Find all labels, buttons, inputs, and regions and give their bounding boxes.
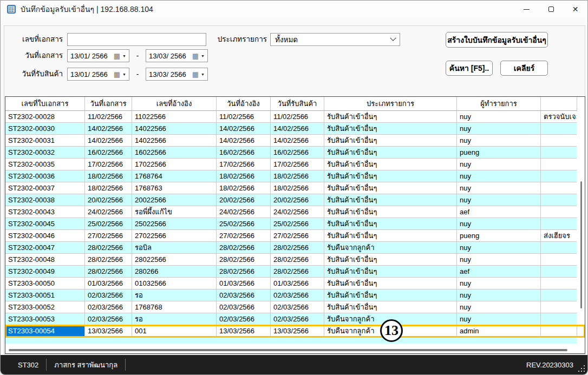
table-cell[interactable]: ส่งเฮียจร [541, 230, 577, 242]
table-cell[interactable]: 17/02/2566 [85, 159, 132, 170]
table-row[interactable]: ST2302-0002811/02/25661102256611/02/2566… [5, 111, 585, 123]
table-cell[interactable]: 16/02/2566 [271, 147, 324, 159]
table-cell[interactable]: 24/02/2566 [217, 206, 271, 218]
table-cell[interactable]: 25/02/2566 [217, 218, 271, 230]
table-cell[interactable]: ST2302-00035 [5, 159, 85, 170]
table-cell[interactable]: 14022566 [132, 135, 217, 147]
table-cell[interactable]: 02/03/2566 [217, 290, 271, 301]
table-cell[interactable]: 18/02/2566 [271, 182, 324, 194]
table-cell[interactable]: ST2302-00031 [5, 135, 85, 147]
table-cell[interactable]: ST2303-00051 [5, 290, 85, 301]
minimize-button[interactable] [514, 1, 539, 18]
table-cell[interactable]: 001 [132, 325, 217, 337]
table-cell[interactable]: 27/02/2566 [271, 230, 324, 242]
table-cell[interactable]: 28/02/2566 [217, 242, 271, 254]
table-row[interactable]: ST2303-0005102/03/2566รอ02/03/256602/03/… [5, 290, 585, 301]
vertical-scrollbar[interactable] [577, 111, 585, 346]
table-cell[interactable]: 02/03/2566 [271, 301, 324, 313]
table-cell[interactable]: nuy [457, 170, 541, 182]
table-cell[interactable]: 28/02/2566 [85, 242, 132, 254]
table-cell[interactable] [541, 147, 577, 159]
table-cell[interactable] [541, 290, 577, 301]
table-cell[interactable] [541, 194, 577, 206]
table-cell[interactable] [541, 325, 577, 337]
table-cell[interactable]: 1768764 [132, 170, 217, 182]
table-cell[interactable]: 20/02/2566 [271, 194, 324, 206]
table-cell[interactable] [541, 254, 577, 266]
clear-button[interactable]: เคลียร์ [500, 61, 548, 76]
table-cell[interactable]: 28/02/2566 [85, 266, 132, 278]
table-cell[interactable]: 28/02/2566 [271, 254, 324, 266]
table-cell[interactable]: 02/03/2566 [85, 290, 132, 301]
table-cell[interactable]: 01/03/2566 [271, 278, 324, 290]
table-row[interactable]: ST2302-0003014/02/25661402256614/02/2566… [5, 123, 585, 135]
table-cell[interactable]: 28/02/2566 [271, 242, 324, 254]
table-cell[interactable]: 01032566 [132, 278, 217, 290]
column-header[interactable]: เลขที่อ้างอิง [132, 97, 217, 111]
table-cell[interactable]: 28/02/2566 [217, 254, 271, 266]
table-cell[interactable]: ST2302-00038 [5, 194, 85, 206]
table-cell[interactable]: 11/02/2566 [271, 111, 324, 123]
table-cell[interactable]: 18/02/2566 [85, 182, 132, 194]
table-cell[interactable]: 11/02/2566 [85, 111, 132, 123]
column-header[interactable]: วันที่รับสินค้า [271, 97, 324, 111]
table-cell[interactable]: 27022566 [132, 230, 217, 242]
table-cell[interactable]: nuy [457, 278, 541, 290]
table-cell[interactable]: nuy [457, 301, 541, 313]
table-cell[interactable]: admin [457, 325, 541, 337]
column-header[interactable] [541, 97, 577, 111]
table-cell[interactable]: ตรวจนับเจอ [541, 111, 577, 123]
table-cell[interactable]: รับสินค้าเข้าอื่นๆ [324, 301, 457, 313]
table-row[interactable]: ST2302-0004728/02/2566รอบิล28/02/256628/… [5, 242, 585, 254]
table-cell[interactable]: 20/02/2566 [85, 194, 132, 206]
table-cell[interactable]: รับสินค้าเข้าอื่นๆ [324, 135, 457, 147]
table-cell[interactable] [541, 278, 577, 290]
vertical-scrollbar-thumb[interactable] [580, 181, 582, 308]
table-cell[interactable]: รอ [132, 313, 217, 325]
table-cell[interactable] [541, 218, 577, 230]
table-cell[interactable]: ST2302-00047 [5, 242, 85, 254]
table-cell[interactable]: รับสินค้าเข้าอื่นๆ [324, 170, 457, 182]
table-cell[interactable]: nuy [457, 254, 541, 266]
close-button[interactable]: ✕ [563, 1, 587, 18]
table-cell[interactable]: 27/02/2566 [217, 230, 271, 242]
table-cell[interactable]: 280266 [132, 266, 217, 278]
table-cell[interactable]: ST2303-00050 [5, 278, 85, 290]
table-cell[interactable]: 11022566 [132, 111, 217, 123]
table-cell[interactable]: รับคืนจากลูกค้า [324, 242, 457, 254]
create-record-button[interactable]: สร้างใบบันทึกข้อมูลรับเข้าอื่นๆ [446, 32, 548, 48]
column-header[interactable]: วันที่อ้างอิง [217, 97, 271, 111]
table-cell[interactable]: รับสินค้าเข้าอื่นๆ [324, 230, 457, 242]
type-dropdown[interactable]: ทั้งหมด [270, 33, 400, 46]
table-cell[interactable]: รับสินค้าเข้าอื่นๆ [324, 123, 457, 135]
table-cell[interactable]: 16/02/2566 [217, 147, 271, 159]
doc-date-to-picker[interactable]: 13/03/ 2566 ▦ ▼ [146, 49, 208, 62]
table-cell[interactable]: รอ [132, 290, 217, 301]
table-cell[interactable]: 25022566 [132, 218, 217, 230]
table-cell[interactable]: ST2302-00048 [5, 254, 85, 266]
table-cell[interactable]: รอพี่ผึ้งแก้ไข [132, 206, 217, 218]
table-cell[interactable] [541, 135, 577, 147]
table-row[interactable]: ST2302-0003618/02/2566176876418/02/25661… [5, 170, 585, 182]
search-button[interactable]: ค้นหา [F5].. [446, 61, 493, 76]
table-cell[interactable] [541, 266, 577, 278]
table-cell[interactable]: 18/02/2566 [217, 182, 271, 194]
table-cell[interactable]: 14022566 [132, 123, 217, 135]
table-row[interactable]: ST2302-0003114/02/25661402256614/02/2566… [5, 135, 585, 147]
table-cell[interactable]: 16/02/2566 [85, 147, 132, 159]
table-cell[interactable]: 13/03/2566 [217, 325, 271, 337]
table-cell[interactable]: ST2303-00052 [5, 301, 85, 313]
table-cell[interactable]: nuy [457, 218, 541, 230]
table-cell[interactable]: รับสินค้าเข้าอื่นๆ [324, 111, 457, 123]
table-cell[interactable]: 1768763 [132, 182, 217, 194]
table-cell[interactable]: รับสินค้าเข้าอื่นๆ [324, 254, 457, 266]
column-header[interactable]: เลขที่ใบเอกสาร [5, 97, 85, 111]
table-cell[interactable]: nuy [457, 135, 541, 147]
table-cell[interactable]: ST2302-00028 [5, 111, 85, 123]
table-row[interactable]: ST2302-0003216/02/25661602256616/02/2566… [5, 147, 585, 159]
table-cell[interactable]: pueng [457, 230, 541, 242]
table-cell[interactable]: 20/02/2566 [217, 194, 271, 206]
table-cell[interactable]: nuy [457, 290, 541, 301]
table-cell[interactable]: 13/03/2566 [85, 325, 132, 337]
table-cell[interactable]: 01/03/2566 [217, 278, 271, 290]
